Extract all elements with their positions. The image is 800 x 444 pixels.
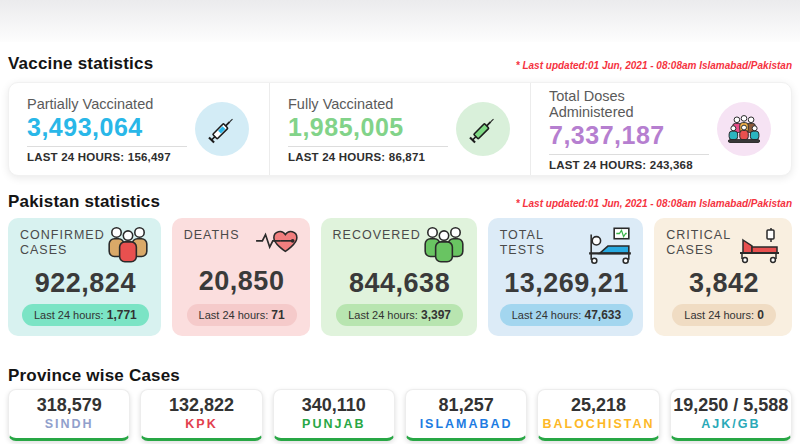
last24-label: LAST 24 HOURS: xyxy=(549,159,646,171)
last24-label: LAST 24 HOURS: xyxy=(288,151,385,163)
last24-label: LAST 24 HOURS: xyxy=(27,151,124,163)
deaths-card: DEATHS 20,850 Last 24 hours: 71 xyxy=(172,218,310,336)
dashboard: Vaccine statistics * Last updated:01 Jun… xyxy=(0,54,800,441)
province-label: SINDH xyxy=(11,417,127,431)
card-label: Total Doses Administered xyxy=(549,88,709,120)
syringe-icon xyxy=(456,102,510,156)
partially-vaccinated-text: Partially Vaccinated 3,493,064 LAST 24 H… xyxy=(27,96,187,163)
confirmed-people-icon xyxy=(105,226,151,264)
confirmed-cases-card: CONFIRMED CASES 922,824 Last 24 hours: 1 xyxy=(8,218,161,336)
card-title: DEATHS xyxy=(184,228,240,243)
province-section-header: Province wise Cases xyxy=(8,366,792,386)
last24-pill: Last 24 hours: 47,633 xyxy=(500,304,633,326)
pakistan-section-title: Pakistan statistics xyxy=(8,192,160,212)
card-value: 13,269,21 xyxy=(500,268,633,299)
province-value: 340,110 xyxy=(276,395,392,416)
fully-vaccinated-card: Fully Vaccinated 1,985,005 LAST 24 HOURS… xyxy=(270,83,531,175)
card-value: 1,985,005 xyxy=(288,113,448,142)
syringe-icon xyxy=(195,102,249,156)
vaccine-section-title: Vaccine statistics xyxy=(8,54,153,74)
card-title: CRITICAL CASES xyxy=(666,228,736,258)
critical-cases-card: CRITICAL CASES 3 xyxy=(654,218,792,336)
province-section-title: Province wise Cases xyxy=(8,366,180,386)
total-doses-card: Total Doses Administered 7,337,187 LAST … xyxy=(531,83,791,175)
last24-value: 156,497 xyxy=(128,151,171,163)
pakistan-stats-row: CONFIRMED CASES 922,824 Last 24 hours: 1 xyxy=(8,218,792,336)
critical-bed-icon xyxy=(736,226,782,264)
card-value: 3,842 xyxy=(666,268,782,299)
last24-value: 86,871 xyxy=(389,151,425,163)
province-value: 132,822 xyxy=(143,395,259,416)
province-cards-row: 318,579 SINDH 132,822 KPK 340,110 PUNJAB… xyxy=(8,389,792,441)
last24-pill: Last 24 hours: 1,771 xyxy=(22,304,149,326)
hospital-bed-icon xyxy=(587,226,633,264)
last24-pill: Last 24 hours: 0 xyxy=(672,304,775,326)
recovered-people-icon xyxy=(421,226,467,264)
province-card-ajkgb: 19,250 / 5,588 AJK/GB xyxy=(670,389,792,441)
province-value: 19,250 / 5,588 xyxy=(673,395,789,416)
last-updated-note: * Last updated:01 Jun, 2021 - 08:08am Is… xyxy=(516,198,792,209)
last-updated-note: * Last updated:01 Jun, 2021 - 08:08am Is… xyxy=(516,60,792,71)
province-label: AJK/GB xyxy=(673,417,789,431)
province-label: KPK xyxy=(143,417,259,431)
fully-vaccinated-text: Fully Vaccinated 1,985,005 LAST 24 HOURS… xyxy=(288,96,448,163)
province-label: ISLAMABAD xyxy=(408,417,524,431)
divider xyxy=(27,146,187,147)
total-doses-text: Total Doses Administered 7,337,187 LAST … xyxy=(549,88,709,171)
recovered-card: RECOVERED 844,638 Last 24 hours: 3,397 xyxy=(321,218,477,336)
last24-value: 243,368 xyxy=(650,159,693,171)
province-card-kpk: 132,822 KPK xyxy=(140,389,262,441)
province-value: 81,257 xyxy=(408,395,524,416)
province-value: 25,218 xyxy=(540,395,656,416)
total-tests-card: TOTAL TESTS xyxy=(488,218,643,336)
province-value: 318,579 xyxy=(11,395,127,416)
divider xyxy=(288,146,448,147)
crowd-icon xyxy=(717,102,771,156)
card-title: CONFIRMED CASES xyxy=(20,228,101,258)
card-label: Partially Vaccinated xyxy=(27,96,187,112)
card-label: Fully Vaccinated xyxy=(288,96,448,112)
province-card-balochistan: 25,218 BALOCHISTAN xyxy=(537,389,659,441)
top-gradient-band xyxy=(0,0,800,42)
vaccine-section-header: Vaccine statistics * Last updated:01 Jun… xyxy=(8,54,792,74)
card-title: TOTAL TESTS xyxy=(500,228,583,258)
vaccine-stats-panel: Partially Vaccinated 3,493,064 LAST 24 H… xyxy=(8,82,792,176)
card-value: 20,850 xyxy=(184,266,300,297)
card-value: 7,337,187 xyxy=(549,121,709,150)
pakistan-section-header: Pakistan statistics * Last updated:01 Ju… xyxy=(8,192,792,212)
card-value: 922,824 xyxy=(20,268,151,299)
province-label: BALOCHISTAN xyxy=(540,417,656,431)
partially-vaccinated-card: Partially Vaccinated 3,493,064 LAST 24 H… xyxy=(9,83,270,175)
province-card-sindh: 318,579 SINDH xyxy=(8,389,130,441)
divider xyxy=(549,154,709,155)
last24-pill: Last 24 hours: 71 xyxy=(187,304,297,326)
province-label: PUNJAB xyxy=(276,417,392,431)
province-card-islamabad: 81,257 ISLAMABAD xyxy=(405,389,527,441)
card-title: RECOVERED xyxy=(333,228,416,243)
last24-pill: Last 24 hours: 3,397 xyxy=(336,304,463,326)
card-value: 844,638 xyxy=(333,268,467,299)
province-card-punjab: 340,110 PUNJAB xyxy=(273,389,395,441)
card-value: 3,493,064 xyxy=(27,113,187,142)
heart-pulse-icon xyxy=(254,226,300,262)
